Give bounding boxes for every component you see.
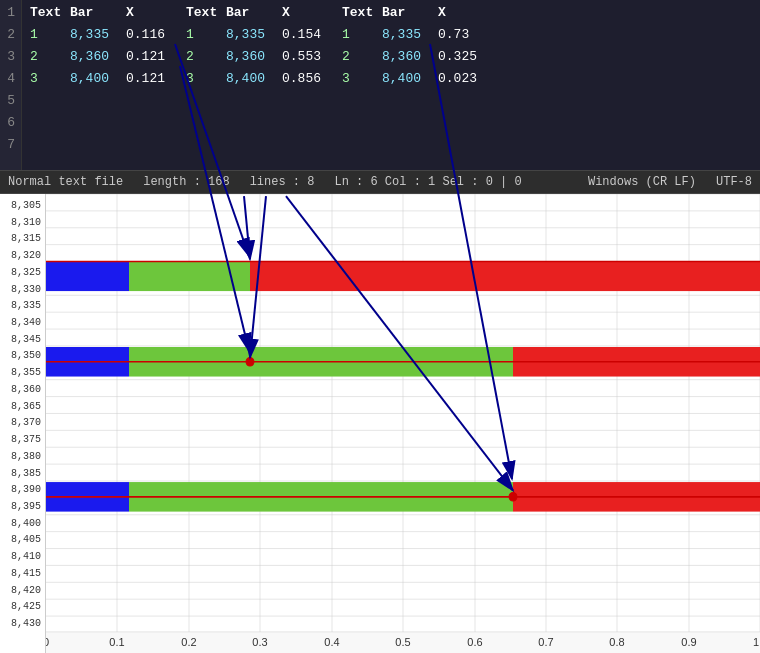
y-label: 8,410 [0, 551, 41, 562]
y-label: 8,365 [0, 401, 41, 412]
editor-row-4: 3 8,400 0.121 3 8,400 0.856 3 8,400 0.02… [22, 68, 760, 90]
x3-r4: 0.023 [434, 68, 490, 90]
x3-r3: 0.325 [434, 46, 490, 68]
svg-text:0.5: 0.5 [395, 635, 410, 647]
num3-r2: 1 [334, 24, 378, 46]
svg-text:0.8: 0.8 [609, 635, 624, 647]
editor-content: Text Bar X Text Bar X Text Bar X 1 8,335… [22, 0, 760, 170]
x1-r3: 0.121 [122, 46, 178, 68]
editor-row-1: Text Bar X Text Bar X Text Bar X [22, 2, 760, 24]
bar3-r2: 8,335 [378, 24, 434, 46]
col-text-3: Text [334, 2, 378, 24]
svg-text:1: 1 [753, 635, 759, 647]
editor-area: 1234567 Text Bar X Text Bar X Text Bar X… [0, 0, 760, 170]
file-type: Normal text file [8, 175, 123, 189]
y-label: 8,360 [0, 384, 41, 395]
y-label: 8,420 [0, 585, 41, 596]
num1-r4: 3 [22, 68, 66, 90]
y-label: 8,425 [0, 601, 41, 612]
editor-row-2: 1 8,335 0.116 1 8,335 0.154 1 8,335 0.73 [22, 24, 760, 46]
col-bar-1: Bar [66, 2, 122, 24]
line-ending: Windows (CR LF) [588, 175, 696, 189]
col-text-1: Text [22, 2, 66, 24]
cursor-position: Ln : 6 Col : 1 Sel : 0 | 0 [334, 175, 568, 189]
chart-main: 0 0.1 0.2 0.3 0.4 0.5 0.6 0.7 0.8 0.9 1 [46, 194, 760, 653]
col-bar-2: Bar [222, 2, 278, 24]
num3-r3: 2 [334, 46, 378, 68]
bar3-r4: 8,400 [378, 68, 434, 90]
x1-r4: 0.121 [122, 68, 178, 90]
bar3-r3: 8,360 [378, 46, 434, 68]
editor-row-7 [22, 134, 760, 156]
y-label: 8,390 [0, 484, 41, 495]
x2-r2: 0.154 [278, 24, 334, 46]
num2-r2: 1 [178, 24, 222, 46]
y-label: 8,340 [0, 317, 41, 328]
y-label: 8,415 [0, 568, 41, 579]
y-label: 8,310 [0, 217, 41, 228]
num3-r4: 3 [334, 68, 378, 90]
file-lines: lines : 8 [250, 175, 315, 189]
svg-point-43 [509, 493, 517, 501]
y-label: 8,380 [0, 451, 41, 462]
x2-r4: 0.856 [278, 68, 334, 90]
svg-text:0.3: 0.3 [252, 635, 267, 647]
num2-r3: 2 [178, 46, 222, 68]
svg-text:0.4: 0.4 [324, 635, 339, 647]
chart-area: 8,305 8,310 8,315 8,320 8,325 8,330 8,33… [0, 194, 760, 653]
svg-text:0.2: 0.2 [181, 635, 196, 647]
x1-r2: 0.116 [122, 24, 178, 46]
editor-row-6 [22, 112, 760, 134]
bar2-r4: 8,400 [222, 68, 278, 90]
bar2-r3: 8,360 [222, 46, 278, 68]
y-label: 8,320 [0, 250, 41, 261]
y-label: 8,400 [0, 518, 41, 529]
col-x-2: X [278, 2, 334, 24]
svg-text:0.1: 0.1 [109, 635, 124, 647]
bar-green-1 [129, 262, 250, 292]
y-label: 8,305 [0, 200, 41, 211]
y-label: 8,375 [0, 434, 41, 445]
status-bar: Normal text file length : 168 lines : 8 … [0, 170, 760, 194]
bar2-r2: 8,335 [222, 24, 278, 46]
svg-text:0.7: 0.7 [538, 635, 553, 647]
col-text-2: Text [178, 2, 222, 24]
col-x-3: X [434, 2, 490, 24]
num1-r3: 2 [22, 46, 66, 68]
line-numbers: 1234567 [0, 0, 22, 170]
svg-text:0.9: 0.9 [681, 635, 696, 647]
y-label: 8,385 [0, 468, 41, 479]
chart-svg: 0 0.1 0.2 0.3 0.4 0.5 0.6 0.7 0.8 0.9 1 [46, 194, 760, 653]
x3-r2: 0.73 [434, 24, 490, 46]
bar-blue-1 [46, 262, 129, 292]
y-label: 8,335 [0, 300, 41, 311]
file-length: length : 168 [143, 175, 229, 189]
bar1-r3: 8,360 [66, 46, 122, 68]
bar-red-1 [250, 262, 760, 292]
svg-text:0.6: 0.6 [467, 635, 482, 647]
y-label: 8,330 [0, 284, 41, 295]
editor-row-5 [22, 90, 760, 112]
num1-r2: 1 [22, 24, 66, 46]
col-x-1: X [122, 2, 178, 24]
y-label: 8,355 [0, 367, 41, 378]
y-label: 8,395 [0, 501, 41, 512]
svg-text:0: 0 [46, 635, 49, 647]
y-label: 8,370 [0, 417, 41, 428]
y-label: 8,315 [0, 233, 41, 244]
editor-row-3: 2 8,360 0.121 2 8,360 0.553 2 8,360 0.32… [22, 46, 760, 68]
num2-r4: 3 [178, 68, 222, 90]
col-bar-3: Bar [378, 2, 434, 24]
bar1-r4: 8,400 [66, 68, 122, 90]
y-label: 8,325 [0, 267, 41, 278]
bar1-r2: 8,335 [66, 24, 122, 46]
y-label: 8,350 [0, 350, 41, 361]
y-label: 8,345 [0, 334, 41, 345]
x2-r3: 0.553 [278, 46, 334, 68]
y-axis-labels: 8,305 8,310 8,315 8,320 8,325 8,330 8,33… [0, 194, 46, 653]
y-label: 8,405 [0, 534, 41, 545]
encoding: UTF-8 [716, 175, 752, 189]
svg-point-41 [246, 358, 254, 366]
y-label: 8,430 [0, 618, 41, 629]
